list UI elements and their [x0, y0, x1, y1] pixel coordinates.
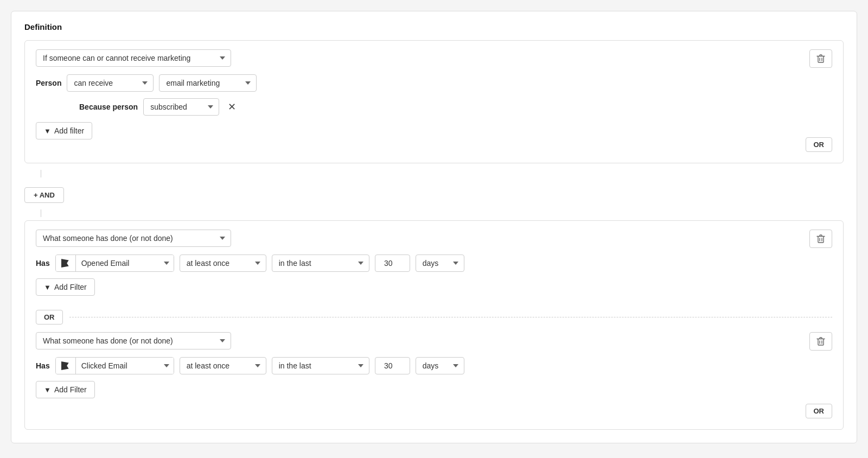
- action-select-wrapper-1: Opened Email Clicked Email Received Emai…: [55, 255, 174, 272]
- because-close-button[interactable]: ✕: [225, 101, 239, 113]
- or-divider: OR: [36, 310, 832, 325]
- and-button[interactable]: + AND: [24, 187, 64, 203]
- person-label: Person: [36, 79, 61, 87]
- frequency-dropdown-1[interactable]: at least once zero times exactly: [180, 255, 266, 272]
- action-select-wrapper-2: Clicked Email Opened Email Received Emai…: [55, 357, 174, 374]
- trash-icon-1: [816, 54, 825, 63]
- flag-icon-box-2: [56, 358, 76, 374]
- days-input-2[interactable]: [375, 357, 410, 374]
- marketing-type-dropdown[interactable]: email marketing sms marketing push marke…: [159, 74, 257, 92]
- trash-icon-2: [816, 234, 825, 244]
- add-filter-button-3[interactable]: ▼ Add Filter: [36, 381, 95, 398]
- or-button-2[interactable]: OR: [806, 404, 833, 418]
- time-unit-dropdown-2[interactable]: days weeks months: [416, 357, 464, 374]
- filter-icon-2: ▼: [44, 283, 51, 291]
- add-filter-button-2[interactable]: ▼ Add Filter: [36, 278, 95, 296]
- flag-icon-1: [61, 259, 69, 268]
- because-dropdown[interactable]: subscribed unsubscribed never subscribed: [143, 98, 219, 116]
- because-label: Because person: [79, 103, 138, 111]
- action-dropdown-2[interactable]: Clicked Email Opened Email Received Emai…: [76, 358, 174, 374]
- flag-icon-box-1: [56, 255, 76, 271]
- sub-block-2: What someone has done (or not done) If s…: [36, 332, 832, 418]
- main-condition-dropdown-3[interactable]: What someone has done (or not done) If s…: [36, 332, 231, 349]
- frequency-dropdown-2[interactable]: at least once zero times exactly: [180, 357, 266, 374]
- trash-icon-3: [816, 336, 825, 346]
- filter-icon-3: ▼: [44, 386, 51, 394]
- action-dropdown-1[interactable]: Opened Email Clicked Email Received Emai…: [76, 255, 174, 271]
- page-title: Definition: [24, 22, 844, 31]
- time-unit-dropdown-1[interactable]: days weeks months: [416, 255, 464, 272]
- has-label-1: Has: [36, 259, 50, 268]
- can-receive-dropdown[interactable]: can receive cannot receive: [67, 74, 154, 92]
- main-condition-dropdown-1[interactable]: If someone can or cannot receive marketi…: [36, 49, 231, 67]
- time-range-dropdown-2[interactable]: in the last before after: [272, 357, 369, 374]
- or-divider-button[interactable]: OR: [36, 310, 63, 325]
- or-divider-line: [69, 317, 833, 317]
- delete-button-2[interactable]: [809, 230, 832, 248]
- filter-icon-1: ▼: [44, 127, 51, 135]
- main-condition-dropdown-2[interactable]: What someone has done (or not done) If s…: [36, 230, 231, 247]
- or-button-1[interactable]: OR: [806, 137, 833, 152]
- condition-block-1: If someone can or cannot receive marketi…: [24, 40, 844, 163]
- sub-block-1: What someone has done (or not done) If s…: [36, 230, 832, 302]
- time-range-dropdown-1[interactable]: in the last before after: [272, 255, 369, 272]
- condition-block-2: What someone has done (or not done) If s…: [24, 220, 844, 430]
- add-filter-button-1[interactable]: ▼ Add filter: [36, 122, 92, 139]
- flag-icon-2: [61, 361, 69, 370]
- delete-button-3[interactable]: [809, 332, 832, 351]
- delete-button-1[interactable]: [809, 49, 832, 68]
- has-label-2: Has: [36, 361, 50, 370]
- days-input-1[interactable]: [375, 255, 410, 272]
